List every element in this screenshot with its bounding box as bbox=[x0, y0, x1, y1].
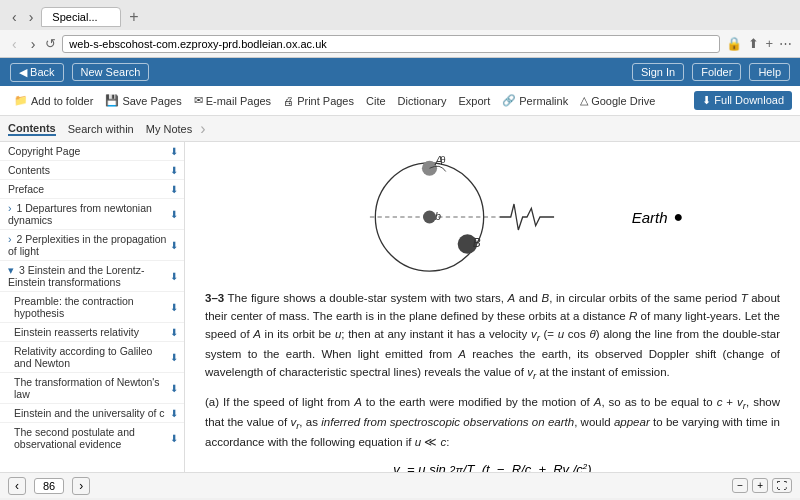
bottom-icons: − + ⛶ bbox=[732, 478, 792, 493]
prev-page-btn[interactable]: ‹ bbox=[8, 477, 26, 495]
download-icon: ⬇ bbox=[170, 433, 178, 444]
download-icon: ⬇ bbox=[170, 271, 178, 282]
print-icon: 🖨 bbox=[283, 95, 294, 107]
download-icon: ⬇ bbox=[170, 146, 178, 157]
download-icon: ⬇ bbox=[170, 184, 178, 195]
svg-text:B: B bbox=[473, 236, 481, 250]
browser-back-btn[interactable]: ‹ bbox=[8, 7, 21, 27]
next-page-btn[interactable]: › bbox=[72, 477, 90, 495]
download-icon: ⬇ bbox=[170, 383, 178, 394]
earth-label: Earth ● bbox=[632, 208, 684, 226]
svg-text:θ: θ bbox=[440, 154, 445, 165]
sidebar-item-einstein-c[interactable]: Einstein and the universality of c ⬇ bbox=[0, 404, 184, 423]
more-icon[interactable]: ⋯ bbox=[779, 36, 792, 51]
refresh-icon[interactable]: ↺ bbox=[45, 36, 56, 51]
download-icon: ⬇ bbox=[170, 165, 178, 176]
doc-area: A b B θ Earth ● 3–3 The figure shows a d… bbox=[185, 142, 800, 472]
sidebar-item-einstein-reasserts[interactable]: Einstein reasserts relativity ⬇ bbox=[0, 323, 184, 342]
new-search-button[interactable]: New Search bbox=[72, 63, 150, 81]
download-icon: ⬇ bbox=[170, 352, 178, 363]
zoom-in-btn[interactable]: + bbox=[752, 478, 768, 493]
math-formula: vr = u sin 2π/T (t − R/c + Rvr/c2) bbox=[205, 462, 780, 472]
sidebar-item-preface[interactable]: Preface ⬇ bbox=[0, 180, 184, 199]
sidebar-scroll: Copyright Page ⬇ Contents ⬇ Preface ⬇ › … bbox=[0, 142, 184, 452]
problem-text-a: (a) If the speed of light from A to the … bbox=[205, 394, 780, 452]
add-bookmark-icon[interactable]: + bbox=[765, 36, 773, 51]
bottom-bar: ‹ 86 › − + ⛶ bbox=[0, 472, 800, 498]
export-button[interactable]: Export bbox=[452, 93, 496, 109]
sign-in-button[interactable]: Sign In bbox=[632, 63, 684, 81]
app-navbar: ◀ Back New Search Sign In Folder Help bbox=[0, 58, 800, 86]
sidebar-item-transformation-newton[interactable]: The transformation of Newton's law ⬇ bbox=[0, 373, 184, 404]
new-tab-btn[interactable]: + bbox=[129, 8, 138, 26]
print-pages-button[interactable]: 🖨 Print Pages bbox=[277, 93, 360, 109]
folder-button[interactable]: Folder bbox=[692, 63, 741, 81]
browser-tab-label: Special... bbox=[52, 11, 97, 23]
download-icon: ⬇ bbox=[702, 94, 711, 106]
sidebar-item-ch2[interactable]: › 2 Perplexities in the propagation of l… bbox=[0, 230, 184, 261]
cite-button[interactable]: Cite bbox=[360, 93, 392, 109]
zoom-out-btn[interactable]: − bbox=[732, 478, 748, 493]
problem-text: 3–3 The figure shows a double-star syste… bbox=[205, 290, 780, 384]
download-icon: ⬇ bbox=[170, 302, 178, 313]
add-to-folder-button[interactable]: 📁 Add to folder bbox=[8, 92, 99, 109]
nav-back-btn[interactable]: ‹ bbox=[8, 34, 21, 54]
sidebar-item-second-postulate[interactable]: The second postulate and observational e… bbox=[0, 423, 184, 452]
permalink-button[interactable]: 🔗 Permalink bbox=[496, 92, 574, 109]
folder-icon: 📁 bbox=[14, 94, 28, 107]
sidebar-item-ch1[interactable]: › 1 Departures from newtonian dynamics ⬇ bbox=[0, 199, 184, 230]
drive-icon: △ bbox=[580, 94, 588, 107]
sidebar-item-contents[interactable]: Contents ⬇ bbox=[0, 161, 184, 180]
save-pages-button[interactable]: 💾 Save Pages bbox=[99, 92, 187, 109]
sidebar-item-relativity-galileo[interactable]: Relativity according to Galileo and Newt… bbox=[0, 342, 184, 373]
fullscreen-btn[interactable]: ⛶ bbox=[772, 478, 792, 493]
share-icon[interactable]: ⬆ bbox=[748, 36, 759, 51]
browser-forward-btn[interactable]: › bbox=[25, 7, 38, 27]
app-toolbar: 📁 Add to folder 💾 Save Pages ✉ E-mail Pa… bbox=[0, 86, 800, 116]
download-icon: ⬇ bbox=[170, 240, 178, 251]
sidebar-item-ch3[interactable]: ▾ 3 Einstein and the Lorentz-Einstein tr… bbox=[0, 261, 184, 292]
download-icon: ⬇ bbox=[170, 408, 178, 419]
full-download-button[interactable]: ⬇ Full Download bbox=[694, 91, 792, 110]
svg-text:b: b bbox=[435, 210, 441, 222]
tab-search-within[interactable]: Search within bbox=[68, 123, 134, 135]
content-toolbar: Contents Search within My Notes › bbox=[0, 116, 800, 142]
page-number[interactable]: 86 bbox=[34, 478, 64, 494]
tab-contents[interactable]: Contents bbox=[8, 122, 56, 136]
dictionary-button[interactable]: Dictionary bbox=[392, 93, 453, 109]
sidebar-item-preamble[interactable]: Preamble: the contraction hypothesis ⬇ bbox=[0, 292, 184, 323]
sidebar: Copyright Page ⬇ Contents ⬇ Preface ⬇ › … bbox=[0, 142, 185, 472]
google-drive-button[interactable]: △ Google Drive bbox=[574, 92, 661, 109]
sidebar-item-copyright[interactable]: Copyright Page ⬇ bbox=[0, 142, 184, 161]
email-icon: ✉ bbox=[194, 94, 203, 107]
figure-container: A b B θ Earth ● bbox=[205, 152, 780, 282]
help-button[interactable]: Help bbox=[749, 63, 790, 81]
figure-svg: A b B θ bbox=[302, 152, 622, 282]
lock-icon: 🔒 bbox=[726, 36, 742, 51]
email-pages-button[interactable]: ✉ E-mail Pages bbox=[188, 92, 277, 109]
browser-tab[interactable]: Special... bbox=[41, 7, 121, 27]
link-icon: 🔗 bbox=[502, 94, 516, 107]
download-icon: ⬇ bbox=[170, 327, 178, 338]
tab-my-notes[interactable]: My Notes bbox=[146, 123, 192, 135]
save-icon: 💾 bbox=[105, 94, 119, 107]
nav-forward-btn[interactable]: › bbox=[27, 34, 40, 54]
address-bar[interactable] bbox=[62, 35, 720, 53]
expand-icon[interactable]: › bbox=[200, 120, 205, 138]
main-area: Copyright Page ⬇ Contents ⬇ Preface ⬇ › … bbox=[0, 142, 800, 472]
back-button[interactable]: ◀ Back bbox=[10, 63, 64, 82]
download-icon: ⬇ bbox=[170, 209, 178, 220]
